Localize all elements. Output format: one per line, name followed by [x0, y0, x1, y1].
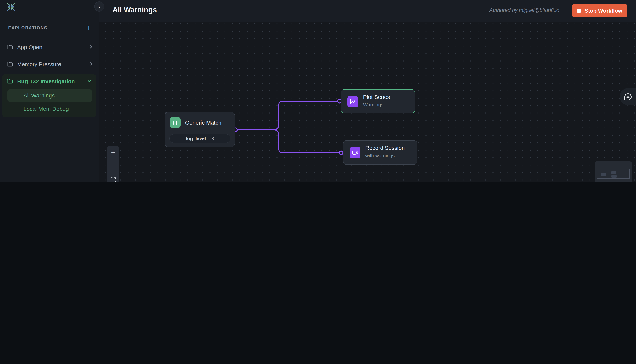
node-subtitle: Warnings [363, 102, 383, 108]
edge-generic-to-plot [235, 101, 338, 130]
folder-icon [7, 61, 13, 66]
sidebar-collapse-button[interactable]: ‹ [94, 2, 104, 12]
app-window: ‹ EXPLORATIONS + App Open Memory Pressur… [0, 0, 636, 182]
braces-icon: { } [170, 117, 181, 128]
sidebar-item-label: App Open [17, 44, 85, 50]
page-title: All Warnings [112, 6, 157, 14]
chevron-right-icon [89, 62, 92, 66]
condition-value: = 3 [207, 136, 214, 141]
input-port-record-session [339, 151, 343, 155]
node-record-session[interactable]: Record Session with warnings [343, 140, 417, 165]
chevron-right-icon [89, 44, 92, 49]
minimap-node [601, 173, 606, 176]
node-title: Plot Series [363, 94, 390, 100]
sidebar-item-bug-132-investigation[interactable]: Bug 132 Investigation [3, 74, 95, 88]
node-plot-series[interactable]: Plot Series Warnings [341, 89, 415, 114]
minimap-node [611, 172, 616, 174]
sidebar-item-all-warnings[interactable]: All Warnings [8, 89, 92, 102]
sidebar-item-local-mem-debug[interactable]: Local Mem Debug [8, 102, 92, 115]
sidebar-item-app-open[interactable]: App Open [3, 40, 96, 54]
minimap-node [611, 175, 617, 178]
node-title: Generic Match [185, 119, 221, 126]
sidebar-item-label: Memory Pressure [17, 61, 85, 67]
header-divider [566, 5, 566, 16]
node-subtitle: with warnings [365, 153, 395, 158]
zoom-out-button[interactable]: − [107, 159, 119, 173]
chat-bubble-icon [624, 92, 632, 101]
explorations-section-header: EXPLORATIONS + [8, 25, 91, 30]
folder-icon [7, 78, 13, 84]
stop-workflow-button[interactable]: Stop Workflow [572, 4, 627, 18]
folder-icon [7, 44, 13, 50]
match-condition-badge: log_level = 3 [169, 134, 231, 143]
sidebar-item-memory-pressure[interactable]: Memory Pressure [3, 56, 96, 72]
zoom-in-button[interactable]: + [107, 146, 119, 159]
explorations-title: EXPLORATIONS [8, 26, 48, 30]
fit-view-button[interactable] [107, 173, 119, 182]
video-camera-icon [350, 147, 360, 158]
stop-workflow-label: Stop Workflow [585, 8, 622, 14]
authored-by-text: Authored by miguel@bitdrift.io [490, 7, 559, 13]
canvas-zoom-controls: + − [107, 146, 119, 182]
edge-generic-to-record [235, 130, 339, 153]
add-exploration-icon[interactable]: + [87, 25, 91, 30]
top-bar: All Warnings Authored by miguel@bitdrift… [99, 0, 636, 22]
chevron-down-icon [87, 80, 92, 82]
bitdrift-logo-icon [6, 2, 16, 12]
node-title: Record Session [365, 145, 405, 151]
stop-square-icon [577, 8, 581, 13]
condition-key: log_level [186, 136, 206, 141]
sidebar-item-label: Bug 132 Investigation [17, 78, 83, 84]
chat-panel-toggle[interactable] [620, 88, 636, 105]
sidebar: ‹ EXPLORATIONS + App Open Memory Pressur… [0, 0, 99, 182]
node-generic-match[interactable]: { } Generic Match log_level = 3 [165, 112, 235, 147]
line-chart-icon [347, 96, 358, 108]
canvas-minimap[interactable] [595, 161, 632, 182]
workflow-canvas[interactable]: { } Generic Match log_level = 3 Plot Ser… [99, 22, 636, 182]
